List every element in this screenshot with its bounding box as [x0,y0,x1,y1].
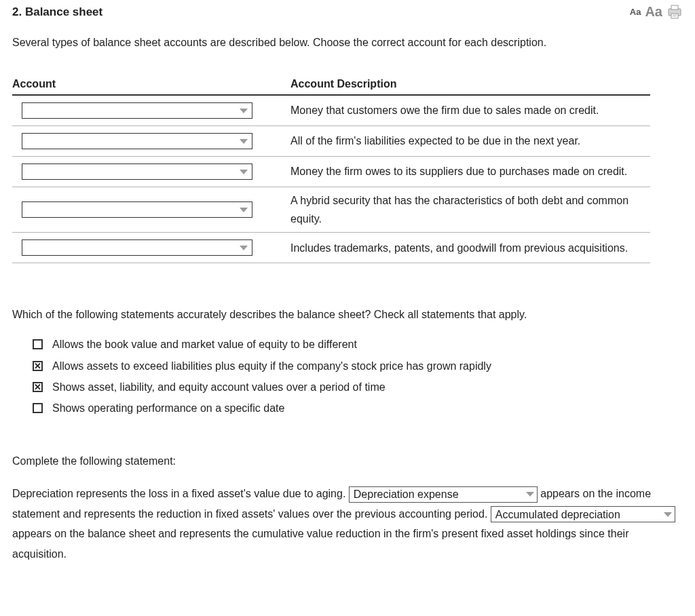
table-row: All of the firm's liabilities expected t… [12,126,650,157]
checkbox-option: Shows asset, liability, and equity accou… [33,378,683,396]
checkbox-input[interactable] [33,361,43,371]
description-cell: Money the firm owes to its suppliers due… [290,158,650,185]
checkbox-label: Shows asset, liability, and equity accou… [52,378,386,396]
paragraph-text: Depreciation represents the loss in a fi… [12,488,349,499]
table-row: Money the firm owes to its suppliers due… [12,157,650,187]
select-value: Accumulated depreciation [495,505,620,525]
question-header: 2. Balance sheet Aa Aa [12,4,683,20]
checkbox-input[interactable] [33,382,43,392]
description-cell: A hybrid security that has the character… [290,187,650,232]
checkbox-label: Allows assets to exceed liabilities plus… [52,357,491,375]
checkbox-list: Allows the book value and market value o… [33,335,683,417]
inline-select-accumulated-depreciation[interactable]: Accumulated depreciation [491,506,675,522]
table-row: A hybrid security that has the character… [12,187,650,233]
font-size-large-button[interactable]: Aa [645,4,662,20]
chevron-down-icon [240,139,248,144]
checkbox-label: Allows the book value and market value o… [52,335,357,353]
svg-rect-1 [671,5,678,9]
completion-heading: Complete the following statement: [12,455,683,467]
inline-select-depreciation-expense[interactable]: Depreciation expense [349,486,538,503]
table-header-row: Account Account Description [12,74,650,96]
paragraph-text: appears on the balance sheet and represe… [12,528,628,560]
description-cell: All of the firm's liabilities expected t… [290,128,650,154]
table-row: Includes trademarks, patents, and goodwi… [12,233,650,263]
chevron-down-icon [526,492,534,497]
account-select[interactable] [22,201,252,218]
table-row: Money that customers owe the firm due to… [12,96,650,126]
checkbox-option: Shows operating performance on a specifi… [33,399,683,417]
checkbox-question-prompt: Which of the following statements accura… [12,307,683,323]
account-select[interactable] [22,133,252,149]
column-header-account: Account [12,74,290,94]
font-size-small-button[interactable]: Aa [630,7,641,17]
accounts-table: Account Account Description Money that c… [12,74,650,263]
checkbox-label: Shows operating performance on a specifi… [52,399,284,417]
account-select[interactable] [22,163,252,180]
chevron-down-icon [664,512,672,517]
select-value: Depreciation expense [354,484,459,505]
description-cell: Money that customers owe the firm due to… [290,97,650,123]
chevron-down-icon [240,109,248,113]
completion-paragraph: Depreciation represents the loss in a fi… [12,484,683,564]
account-select[interactable] [22,239,252,256]
column-header-description: Account Description [290,74,650,94]
account-select[interactable] [22,102,252,119]
description-cell: Includes trademarks, patents, and goodwi… [290,235,650,261]
chevron-down-icon [240,208,248,212]
instructions-text: Several types of balance sheet accounts … [12,35,683,51]
chevron-down-icon [240,246,248,250]
display-tools: Aa Aa [630,4,683,20]
checkbox-option: Allows the book value and market value o… [33,335,683,353]
checkbox-input[interactable] [33,403,43,413]
chevron-down-icon [240,170,248,174]
print-icon[interactable] [666,5,683,20]
checkbox-input[interactable] [33,339,43,349]
checkbox-option: Allows assets to exceed liabilities plus… [33,357,683,375]
question-title: 2. Balance sheet [12,5,102,19]
